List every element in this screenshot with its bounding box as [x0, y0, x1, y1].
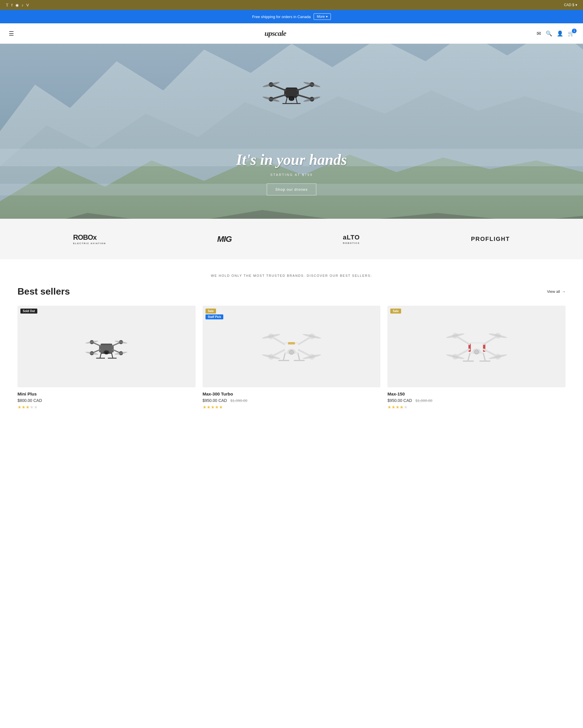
product-image-wrap[interactable]: Sold out [18, 306, 196, 387]
svg-point-6 [290, 98, 293, 101]
email-icon[interactable]: ✉ [537, 30, 541, 37]
product-rating: ★★★★★ [18, 405, 196, 410]
view-all-link[interactable]: View all → [547, 289, 565, 294]
product-price: $950.00 CAD $1,090.00 [202, 398, 381, 403]
svg-line-8 [297, 84, 312, 90]
top-bar: 𝕋 f ◉ ♪ V CAD $ ▾ [0, 0, 583, 10]
sold-out-badge: Sold out [20, 309, 37, 314]
section-tagline: We hold only the most trusted brands. Di… [18, 274, 565, 277]
brand-mig[interactable]: MIG [217, 234, 232, 244]
svg-point-26 [105, 352, 108, 354]
product-original-price: $1,090.00 [230, 398, 248, 403]
svg-line-82 [468, 353, 470, 361]
hero-title: It's in your hands [236, 151, 347, 168]
sale-badge: Sale [205, 309, 216, 314]
announcement-text: Free shipping for orders in Canada [252, 15, 311, 19]
product-drone-image [74, 320, 138, 373]
product-name: Max-150 [387, 391, 565, 396]
instagram-icon[interactable]: ◉ [16, 3, 19, 7]
hero-section: It's in your hands Starting at $799 Shop… [0, 44, 583, 219]
account-icon[interactable]: 👤 [557, 30, 563, 37]
product-card: Sale [387, 306, 565, 410]
brand-alto[interactable]: aLTOROBOTICS [343, 234, 360, 244]
facebook-icon[interactable]: f [11, 3, 12, 7]
svg-rect-45 [288, 342, 295, 344]
svg-line-60 [283, 353, 285, 361]
svg-line-83 [483, 353, 485, 361]
product-rating: ★★★★★ [202, 405, 381, 410]
hamburger-menu[interactable]: ☰ [9, 30, 14, 37]
hero-drone [236, 61, 347, 120]
product-name: Max-300 Turbo [202, 391, 381, 396]
product-rating: ★★★★★ [387, 405, 565, 410]
product-image-wrap[interactable]: Sale Staff pick [202, 306, 381, 387]
shop-drones-button[interactable]: Shop our drones [267, 183, 316, 196]
arrow-right-icon: → [562, 289, 565, 294]
header: ☰ upscale ✉ 🔍 👤 🛒 1 [0, 23, 583, 44]
svg-point-69 [475, 350, 479, 354]
vimeo-icon[interactable]: V [26, 3, 29, 7]
product-original-price: $1,000.00 [415, 398, 432, 403]
hero-subtitle: Starting at $799 [236, 173, 347, 177]
svg-line-7 [271, 84, 286, 90]
product-drone-image [259, 320, 324, 373]
product-image-wrap[interactable]: Sale [387, 306, 565, 387]
social-icons: 𝕋 f ◉ ♪ V [6, 3, 29, 7]
brand-proflight[interactable]: PROFLIGHT [471, 236, 510, 242]
cart-icon[interactable]: 🛒 1 [568, 30, 574, 37]
svg-rect-4 [284, 89, 299, 96]
announcement-bar: Free shipping for orders in Canada More … [0, 10, 583, 23]
currency-selector[interactable]: CAD $ ▾ [564, 3, 577, 7]
product-drone-image [445, 320, 509, 373]
twitter-icon[interactable]: 𝕋 [6, 3, 8, 7]
hero-content: It's in your hands Starting at $799 Shop… [236, 151, 347, 196]
svg-line-39 [100, 353, 101, 358]
brand-robox[interactable]: ROBOxELECTRIC AVIATION [73, 233, 106, 245]
header-icons: ✉ 🔍 👤 🛒 1 [537, 30, 574, 37]
section-title: Best sellers [18, 286, 70, 297]
search-icon[interactable]: 🔍 [546, 30, 552, 37]
best-sellers-section: We hold only the most trusted brands. Di… [0, 259, 583, 424]
svg-line-61 [298, 353, 300, 361]
section-header: Best sellers View all → [18, 286, 565, 297]
svg-point-47 [289, 350, 294, 354]
logo[interactable]: upscale [265, 29, 286, 38]
brands-section: ROBOxELECTRIC AVIATION MIG aLTOROBOTICS … [0, 219, 583, 259]
product-card: Sold out [18, 306, 196, 410]
products-grid: Sold out [18, 306, 565, 410]
svg-line-19 [286, 98, 287, 104]
tiktok-icon[interactable]: ♪ [22, 3, 24, 7]
product-price: $950.00 CAD $1,000.00 [387, 398, 565, 403]
product-name: Mini Plus [18, 391, 196, 396]
cart-badge: 1 [572, 29, 577, 33]
sale-badge: Sale [390, 309, 401, 314]
product-price: $800.00 CAD [18, 398, 196, 403]
more-button[interactable]: More ▾ [314, 14, 331, 20]
staff-pick-badge: Staff pick [205, 314, 224, 319]
svg-line-40 [112, 353, 113, 358]
product-card: Sale Staff pick [202, 306, 381, 410]
svg-line-20 [296, 98, 297, 104]
